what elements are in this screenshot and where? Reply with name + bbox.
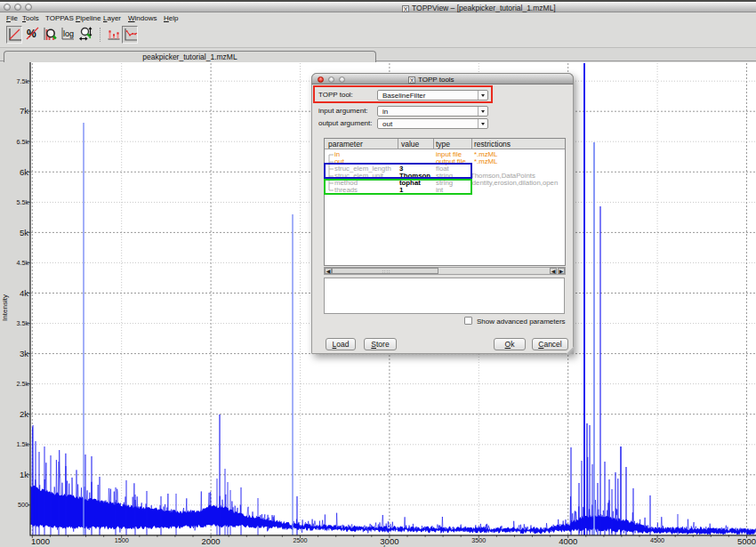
svg-text:1000: 1000 (31, 536, 50, 546)
svg-text:4000: 4000 (559, 536, 577, 546)
svg-text:2500: 2500 (294, 536, 308, 544)
svg-text:1.5k: 1.5k (16, 440, 28, 448)
svg-text:2k: 2k (20, 409, 28, 419)
svg-text:7.5k: 7.5k (16, 77, 28, 85)
svg-text:2000: 2000 (202, 536, 221, 546)
svg-text:1500: 1500 (115, 536, 129, 544)
svg-text:5000: 5000 (737, 536, 756, 546)
svg-text:3500: 3500 (471, 536, 486, 544)
svg-text:6.5k: 6.5k (16, 138, 28, 146)
svg-text:3k: 3k (20, 349, 28, 358)
svg-text:6k: 6k (20, 167, 28, 177)
svg-text:5k: 5k (20, 228, 28, 237)
svg-text:3.5k: 3.5k (16, 319, 28, 327)
svg-text:500: 500 (18, 501, 28, 509)
svg-text:log: log (63, 29, 74, 38)
svg-text:Intensity: Intensity (1, 294, 9, 321)
svg-text:2.5k: 2.5k (16, 380, 28, 388)
svg-text:4500: 4500 (650, 536, 664, 544)
svg-text:5.5k: 5.5k (16, 198, 28, 206)
svg-text:4k: 4k (20, 288, 28, 298)
svg-text:4.5k: 4.5k (16, 259, 28, 267)
svg-text:1k: 1k (20, 470, 28, 479)
svg-text:7k: 7k (20, 106, 28, 116)
